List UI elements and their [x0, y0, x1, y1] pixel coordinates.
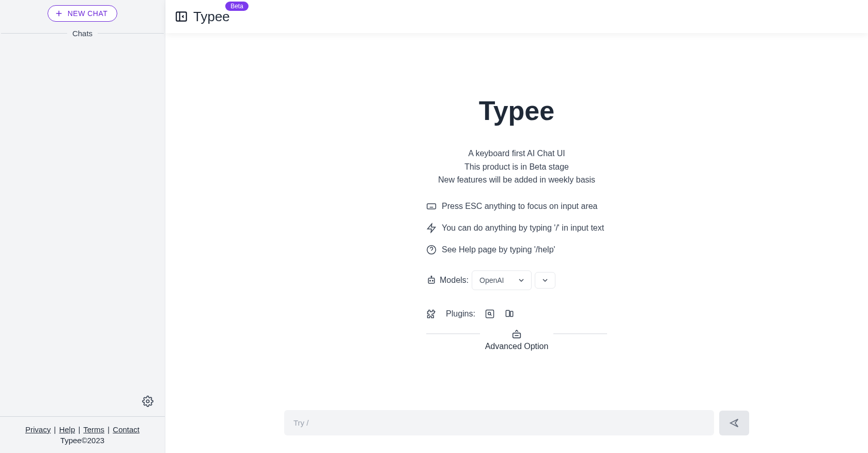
input-bar [165, 397, 868, 453]
sidebar: NEW CHAT Chats Privacy | Help | Terms | … [0, 0, 165, 453]
models-row: Models: OpenAI [426, 270, 607, 290]
extension-icon [426, 309, 437, 319]
brand-name: Typee [193, 9, 230, 24]
gear-icon[interactable] [142, 396, 153, 407]
footer-links: Privacy | Help | Terms | Contact [0, 417, 165, 436]
keyboard-icon [426, 201, 437, 212]
copyright: Typee©2023 [0, 436, 165, 453]
svg-line-21 [490, 314, 492, 316]
terms-link[interactable]: Terms [83, 425, 104, 434]
robot-icon [426, 275, 437, 285]
new-chat-button[interactable]: NEW CHAT [48, 5, 118, 22]
model-provider-value: OpenAI [479, 276, 504, 284]
svg-marker-11 [428, 223, 436, 232]
chevron-down-icon [519, 278, 524, 283]
sidebar-toggle-icon[interactable] [175, 10, 188, 23]
advanced-option-label: Advanced Option [485, 342, 549, 351]
tip-slash: You can do anything by typing '/' in inp… [426, 223, 607, 233]
brand: Typee Beta [193, 9, 230, 25]
svg-rect-23 [510, 311, 513, 316]
contact-link[interactable]: Contact [113, 425, 140, 434]
plus-icon [54, 9, 64, 18]
new-chat-label: NEW CHAT [68, 9, 108, 18]
privacy-link[interactable]: Privacy [25, 425, 51, 434]
content: Typee A keyboard first AI Chat UI This p… [165, 33, 868, 397]
model-provider-select[interactable]: OpenAI [472, 270, 531, 290]
search-page-icon[interactable] [485, 309, 495, 319]
chat-input[interactable] [284, 410, 714, 435]
tip-esc: Press ESC anything to focus on input are… [426, 201, 607, 212]
tip-help-text: See Help page by typing '/help' [442, 245, 555, 254]
help-link[interactable]: Help [59, 425, 75, 434]
expand-up-icon [511, 328, 522, 340]
svg-point-16 [432, 280, 433, 281]
tip-help: See Help page by typing '/help' [426, 245, 607, 255]
subtitle-line-3: New features will be added in weekly bas… [438, 173, 595, 187]
page-title: Typee [479, 95, 554, 126]
beta-badge: Beta [225, 2, 249, 11]
svg-rect-22 [506, 310, 509, 316]
compare-icon[interactable] [504, 309, 515, 319]
chats-section-label: Chats [72, 29, 92, 38]
svg-rect-5 [427, 204, 436, 209]
subtitle: A keyboard first AI Chat UI This product… [438, 147, 595, 187]
chevron-down-icon [542, 278, 548, 283]
svg-point-15 [430, 280, 431, 281]
subtitle-line-1: A keyboard first AI Chat UI [438, 147, 595, 160]
topbar: Typee Beta [165, 0, 868, 33]
models-label: Models: [440, 276, 469, 285]
model-name-select[interactable] [535, 272, 555, 289]
plugins-row: Plugins: [426, 309, 607, 319]
subtitle-line-2: This product is in Beta stage [438, 160, 595, 174]
svg-point-2 [146, 400, 149, 403]
main: Typee Beta Typee A keyboard first AI Cha… [165, 0, 868, 453]
send-icon [729, 417, 740, 429]
svg-rect-19 [486, 310, 493, 318]
send-button[interactable] [719, 411, 749, 435]
advanced-option[interactable]: Advanced Option [426, 328, 607, 351]
svg-rect-3 [176, 12, 187, 21]
tip-slash-text: You can do anything by typing '/' in inp… [442, 223, 604, 233]
bolt-icon [426, 223, 437, 233]
plugins-label: Plugins: [446, 309, 475, 319]
help-icon [426, 245, 437, 255]
tip-esc-text: Press ESC anything to focus on input are… [442, 202, 598, 211]
